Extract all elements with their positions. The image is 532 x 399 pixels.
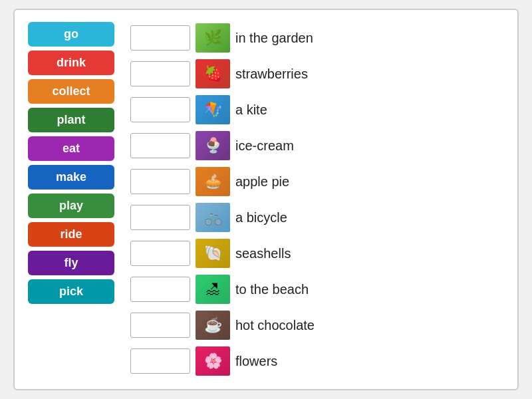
match-row-strawberry: 🍓strawberries (130, 58, 504, 90)
match-row-kite: 🪁a kite (130, 94, 504, 126)
item-label-seashells: seashells (235, 246, 291, 261)
answer-input-applepie[interactable] (130, 169, 190, 194)
item-image-strawberry: 🍓 (196, 59, 230, 88)
item-label-strawberry: strawberries (235, 66, 308, 82)
match-row-applepie: 🥧apple pie (130, 166, 504, 198)
answer-input-kite[interactable] (130, 97, 190, 122)
item-image-flowers: 🌸 (196, 346, 230, 376)
verb-btn-pick[interactable]: pick (28, 279, 114, 304)
match-row-flowers: 🌸flowers (130, 345, 504, 377)
answer-input-icecream[interactable] (130, 133, 190, 158)
answer-input-seashells[interactable] (130, 241, 190, 266)
item-image-seashells: 🐚 (196, 239, 230, 268)
match-row-garden: 🌿in the garden (130, 22, 504, 54)
item-label-hotchoc: hot chocolate (235, 318, 315, 333)
verb-btn-ride[interactable]: ride (28, 222, 114, 247)
item-image-bicycle: 🚲 (196, 203, 230, 232)
verb-btn-drink[interactable]: drink (28, 51, 114, 75)
verb-btn-make[interactable]: make (28, 165, 114, 190)
item-image-garden: 🌿 (196, 23, 230, 53)
verb-btn-eat[interactable]: eat (28, 136, 114, 161)
item-label-kite: a kite (235, 102, 267, 118)
answer-input-hotchoc[interactable] (130, 313, 190, 338)
verb-column: godrinkcollectplanteatmakeplayrideflypic… (28, 22, 114, 377)
verb-btn-go[interactable]: go (28, 22, 114, 47)
item-label-bicycle: a bicycle (235, 210, 287, 225)
answer-input-garden[interactable] (130, 25, 190, 51)
item-label-icecream: ice-cream (235, 138, 294, 154)
item-image-applepie: 🥧 (196, 167, 230, 196)
answer-input-beach[interactable] (130, 277, 190, 302)
main-container: godrinkcollectplanteatmakeplayrideflypic… (13, 9, 519, 390)
match-row-hotchoc: ☕hot chocolate (130, 309, 504, 341)
verb-btn-plant[interactable]: plant (28, 108, 114, 132)
answer-input-bicycle[interactable] (130, 205, 190, 230)
match-row-bicycle: 🚲a bicycle (130, 201, 504, 233)
item-label-flowers: flowers (235, 354, 277, 369)
verb-btn-fly[interactable]: fly (28, 251, 114, 275)
answer-input-strawberry[interactable] (130, 61, 190, 86)
items-column: 🌿in the garden🍓strawberries🪁a kite🍨ice-c… (130, 22, 504, 377)
item-label-beach: to the beach (235, 282, 309, 297)
item-image-hotchoc: ☕ (196, 311, 230, 340)
item-image-beach: 🏖 (196, 275, 230, 304)
verb-btn-play[interactable]: play (28, 194, 114, 218)
item-image-kite: 🪁 (196, 95, 230, 124)
match-row-seashells: 🐚seashells (130, 237, 504, 269)
answer-input-flowers[interactable] (130, 348, 190, 374)
verb-btn-collect[interactable]: collect (28, 79, 114, 104)
match-row-beach: 🏖to the beach (130, 273, 504, 305)
item-image-icecream: 🍨 (196, 131, 230, 160)
item-label-applepie: apple pie (235, 174, 289, 190)
match-row-icecream: 🍨ice-cream (130, 130, 504, 162)
item-label-garden: in the garden (235, 31, 313, 46)
